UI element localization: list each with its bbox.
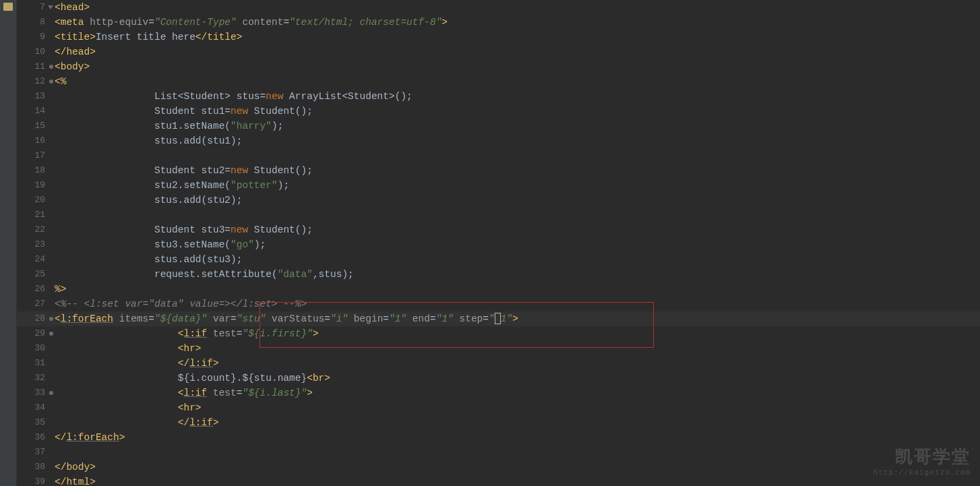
line-content[interactable]: stu3.setName("go"); <box>55 237 266 252</box>
gutter-marker <box>49 30 55 44</box>
code-line[interactable]: 39</html> <box>17 475 980 486</box>
code-line[interactable]: 35 </l:if> <box>17 415 980 430</box>
line-content[interactable]: stu2.setName("potter"); <box>55 178 289 193</box>
line-number: 32 <box>17 371 49 386</box>
code-line[interactable]: 22 Student stu3=new Student(); <box>17 222 980 237</box>
gutter-marker <box>49 371 55 386</box>
line-number: 14 <box>17 104 49 119</box>
watermark: 凯哥学堂 http://kaige123.com <box>874 445 971 477</box>
line-content[interactable]: </l:if> <box>55 356 219 371</box>
line-number: 34 <box>17 400 49 415</box>
gutter-marker <box>49 356 55 371</box>
line-content[interactable]: </body> <box>55 460 96 475</box>
code-line[interactable]: 16 stus.add(stu1); <box>17 133 980 148</box>
line-content[interactable]: ${i.count}.${stu.name}<br> <box>55 371 330 386</box>
code-line[interactable]: 9<title>Insert title here</title> <box>17 30 980 44</box>
code-line[interactable]: 34 <hr> <box>17 400 980 415</box>
gutter-marker <box>49 311 55 326</box>
line-content[interactable]: stu1.setName("harry"); <box>55 119 283 133</box>
code-line[interactable]: 20 stus.add(stu2); <box>17 193 980 208</box>
line-content[interactable]: stus.add(stu2); <box>55 193 242 208</box>
line-number: 31 <box>17 356 49 371</box>
code-line[interactable]: 19 stu2.setName("potter"); <box>17 178 980 193</box>
code-line[interactable]: 38</body> <box>17 460 980 475</box>
gutter-marker <box>49 297 55 311</box>
code-line[interactable]: 21 <box>17 208 980 222</box>
line-number: 17 <box>17 148 49 163</box>
line-number: 13 <box>17 89 49 104</box>
code-line[interactable]: 11<body> <box>17 59 980 74</box>
line-content[interactable]: Student stu2=new Student(); <box>55 163 313 178</box>
code-line[interactable]: 24 stus.add(stu3); <box>17 252 980 267</box>
line-content[interactable]: stus.add(stu3); <box>55 252 242 267</box>
code-line[interactable]: 28<l:forEach items="${data}" var="stu" v… <box>17 311 980 326</box>
code-line[interactable]: 25 request.setAttribute("data",stus); <box>17 267 980 282</box>
line-content[interactable]: %> <box>55 282 66 297</box>
code-line[interactable]: 8<meta http-equiv="Content-Type" content… <box>17 15 980 30</box>
gutter-marker <box>49 222 55 237</box>
gutter-marker <box>49 415 55 430</box>
code-line[interactable]: 26%> <box>17 282 980 297</box>
folder-icon[interactable] <box>3 3 13 11</box>
line-content[interactable]: <hr> <box>55 341 202 356</box>
code-line[interactable]: 15 stu1.setName("harry"); <box>17 119 980 133</box>
line-content[interactable]: Student stu3=new Student(); <box>55 222 313 237</box>
code-line[interactable]: 37 <box>17 445 980 460</box>
code-line[interactable]: 18 Student stu2=new Student(); <box>17 163 980 178</box>
line-content[interactable]: <l:if test="${i.last}"> <box>55 386 313 400</box>
code-line[interactable]: 36</l:forEach> <box>17 430 980 445</box>
line-content[interactable]: </l:forEach> <box>55 430 125 445</box>
line-content[interactable]: <% <box>55 74 66 89</box>
gutter-marker <box>49 475 55 486</box>
line-content[interactable]: <title>Insert title here</title> <box>55 30 242 44</box>
code-line[interactable]: 32 ${i.count}.${stu.name}<br> <box>17 371 980 386</box>
code-line[interactable]: 13 List<Student> stus=new ArrayList<Stud… <box>17 89 980 104</box>
gutter-marker <box>49 252 55 267</box>
gutter-marker <box>49 326 55 341</box>
gutter-marker <box>49 430 55 445</box>
line-content[interactable]: </html> <box>55 475 96 486</box>
gutter-marker <box>49 15 55 30</box>
code-line[interactable]: 10</head> <box>17 44 980 59</box>
code-editor[interactable]: 7<head>8<meta http-equiv="Content-Type" … <box>17 0 980 486</box>
line-content[interactable]: <head> <box>55 0 90 15</box>
gutter-marker <box>49 104 55 119</box>
code-line[interactable]: 14 Student stu1=new Student(); <box>17 104 980 119</box>
line-number: 23 <box>17 237 49 252</box>
gutter-marker <box>49 237 55 252</box>
code-line[interactable]: 17 <box>17 148 980 163</box>
line-content[interactable]: Student stu1=new Student(); <box>55 104 313 119</box>
line-content[interactable]: <l:forEach items="${data}" var="stu" var… <box>55 311 518 326</box>
code-line[interactable]: 7<head> <box>17 0 980 15</box>
code-line[interactable]: 31 </l:if> <box>17 356 980 371</box>
line-content[interactable]: stus.add(stu1); <box>55 133 242 148</box>
gutter-marker <box>49 267 55 282</box>
line-content[interactable]: </l:if> <box>55 415 219 430</box>
line-content[interactable]: </head> <box>55 44 96 59</box>
text-cursor <box>495 313 501 324</box>
line-number: 7 <box>17 0 49 15</box>
line-content[interactable]: <meta http-equiv="Content-Type" content=… <box>55 15 448 30</box>
line-number: 11 <box>17 59 49 74</box>
line-number: 21 <box>17 208 49 222</box>
line-content[interactable]: <hr> <box>55 400 202 415</box>
gutter-marker <box>49 193 55 208</box>
side-toolbar[interactable] <box>0 0 17 486</box>
line-number: 15 <box>17 119 49 133</box>
code-line[interactable]: 33 <l:if test="${i.last}"> <box>17 386 980 400</box>
line-content[interactable]: <%-- <l:set var="data" value=></l:set> -… <box>55 297 307 311</box>
line-number: 26 <box>17 282 49 297</box>
line-number: 24 <box>17 252 49 267</box>
line-content[interactable]: <l:if test="${i.first}"> <box>55 326 319 341</box>
code-line[interactable]: 30 <hr> <box>17 341 980 356</box>
code-line[interactable]: 29 <l:if test="${i.first}"> <box>17 326 980 341</box>
code-line[interactable]: 23 stu3.setName("go"); <box>17 237 980 252</box>
code-line[interactable]: 27<%-- <l:set var="data" value=></l:set>… <box>17 297 980 311</box>
gutter-marker <box>49 74 55 89</box>
gutter-marker <box>49 282 55 297</box>
gutter-marker <box>49 59 55 74</box>
line-content[interactable]: <body> <box>55 59 90 74</box>
code-line[interactable]: 12<% <box>17 74 980 89</box>
line-content[interactable]: request.setAttribute("data",stus); <box>55 267 354 282</box>
line-content[interactable]: List<Student> stus=new ArrayList<Student… <box>55 89 412 104</box>
